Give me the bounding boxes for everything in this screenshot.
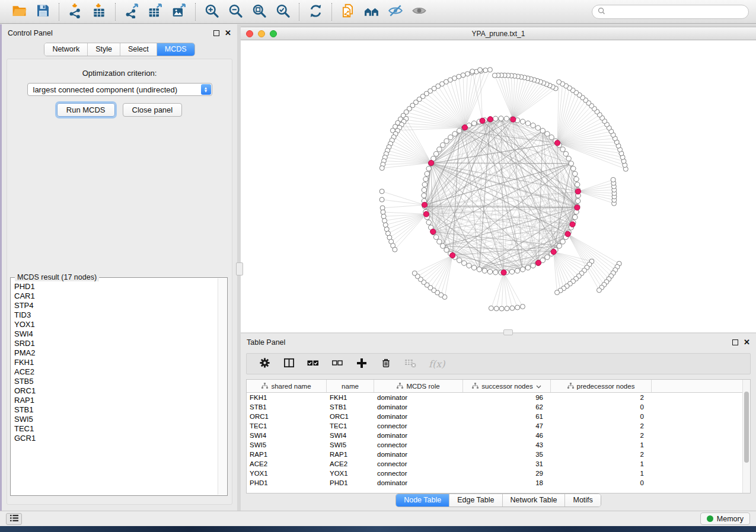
table-panel-header: Table Panel ✕ (241, 334, 756, 350)
tab-edge-table[interactable]: Edge Table (449, 494, 502, 507)
table-cell: SWI5 (327, 440, 374, 450)
mcds-result-item[interactable]: SWI5 (12, 415, 217, 424)
mcds-result-item[interactable]: SWI4 (12, 329, 217, 339)
table-cell: TEC1 (327, 421, 374, 431)
table-row[interactable]: SWI5SWI5connector431 (247, 440, 750, 450)
table-cell: 2 (551, 421, 652, 431)
show-panels-button[interactable] (6, 513, 22, 525)
zoom-in-button[interactable] (200, 2, 224, 21)
delete-column-button[interactable] (380, 358, 392, 370)
import-table-button[interactable] (87, 2, 111, 21)
zoom-fit-button[interactable] (247, 2, 271, 21)
open-folder-icon (11, 4, 27, 20)
column-header-MCDS-role[interactable]: MCDS role (374, 380, 463, 392)
minimize-window-icon[interactable] (258, 30, 265, 37)
table-toolbar: f(x) (246, 353, 751, 374)
mcds-result-item[interactable]: CAR1 (12, 291, 217, 301)
table-row[interactable]: ACE2ACE2connector311 (247, 459, 750, 469)
tab-node-table[interactable]: Node Table (396, 494, 449, 507)
open-session-button[interactable] (7, 2, 31, 21)
tab-style[interactable]: Style (87, 43, 120, 56)
first-neighbors-button[interactable] (360, 2, 384, 21)
horizontal-splitter-handle[interactable] (503, 329, 513, 335)
table-row[interactable]: YOX1YOX1connector291 (247, 469, 750, 478)
search-input[interactable] (608, 7, 743, 17)
split-panel-button[interactable] (283, 358, 295, 370)
network-graph[interactable] (241, 40, 756, 332)
mcds-result-item[interactable]: GCR1 (12, 434, 217, 443)
tab-network[interactable]: Network (44, 43, 87, 56)
mcds-result-item[interactable]: STP4 (12, 301, 217, 310)
export-image-button[interactable] (167, 2, 191, 21)
float-panel-icon[interactable] (213, 30, 219, 36)
save-session-button[interactable] (31, 2, 55, 21)
zoom-selected-button[interactable] (271, 2, 295, 21)
table-row[interactable]: PHD1PHD1dominator180 (247, 478, 750, 488)
close-panel-icon[interactable]: ✕ (744, 339, 750, 345)
table-row[interactable]: SWI4SWI4dominator462 (247, 431, 750, 440)
memory-button[interactable]: Memory (700, 512, 750, 525)
tab-select[interactable]: Select (120, 43, 157, 56)
table-header-row: shared namenameMCDS rolesuccessor nodesp… (247, 380, 750, 393)
mcds-result-item[interactable]: SRD1 (12, 339, 217, 348)
mcds-result-item[interactable]: ORC1 (12, 386, 217, 396)
network-canvas[interactable] (241, 40, 756, 332)
mcds-result-item[interactable]: YOX1 (12, 320, 217, 329)
table-body: FKH1FKH1dominator962STB1STB1dominator620… (247, 393, 750, 488)
select-all-button[interactable] (307, 358, 319, 370)
optimization-criterion-select[interactable]: largest connected component (undirected)… (27, 83, 212, 96)
mcds-result-item[interactable]: PMA2 (12, 348, 217, 358)
table-row[interactable]: RAP1RAP1dominator352 (247, 450, 750, 459)
mcds-result-item[interactable]: STB5 (12, 377, 217, 386)
select-all-icon (307, 359, 319, 369)
table-cell: dominator (374, 393, 463, 402)
table-cell: dominator (374, 431, 463, 440)
mcds-result-item[interactable]: TID3 (12, 310, 217, 320)
toolbar-separator (115, 3, 116, 21)
table-row[interactable]: TEC1TEC1connector472 (247, 421, 750, 431)
close-panel-icon[interactable]: ✕ (225, 30, 231, 36)
mcds-result-item[interactable]: FKH1 (12, 358, 217, 367)
tab-network-table[interactable]: Network Table (502, 494, 565, 507)
table-row[interactable]: STB1STB1dominator620 (247, 402, 750, 412)
mcds-result-item[interactable]: ACE2 (12, 367, 217, 377)
close-window-icon[interactable] (246, 30, 253, 37)
mcds-list-scrollbar[interactable] (218, 278, 227, 495)
network-window-titlebar[interactable]: YPA_prune.txt_1 (241, 27, 756, 40)
vertical-splitter-handle[interactable] (236, 262, 243, 275)
search-box[interactable] (592, 5, 749, 19)
tab-motifs[interactable]: Motifs (564, 494, 600, 507)
export-network-button[interactable] (120, 2, 143, 21)
hide-selected-button[interactable] (384, 2, 407, 21)
column-header-successor-nodes[interactable]: successor nodes (463, 380, 551, 392)
table-row[interactable]: FKH1FKH1dominator962 (247, 393, 750, 402)
add-column-button[interactable] (356, 358, 368, 370)
mcds-result-item[interactable]: PHD1 (12, 282, 217, 291)
column-header-shared-name[interactable]: shared name (247, 380, 327, 392)
import-network-button[interactable] (63, 2, 87, 21)
mcds-result-item[interactable]: STB1 (12, 405, 217, 415)
optimization-criterion-value: largest connected component (undirected) (33, 85, 178, 94)
show-all-button[interactable] (407, 2, 431, 21)
column-header-name[interactable]: name (327, 380, 374, 392)
unselect-all-button[interactable] (331, 358, 343, 370)
tab-mcds[interactable]: MCDS (157, 43, 194, 56)
export-table-button[interactable] (143, 2, 167, 21)
table-options-button[interactable] (259, 358, 270, 370)
float-panel-icon[interactable] (732, 339, 738, 345)
delete-table-icon (404, 358, 416, 370)
maximize-window-icon[interactable] (270, 30, 277, 37)
mcds-result-list: PHD1CAR1STP4TID3YOX1SWI4SRD1PMA2FKH1ACE2… (12, 282, 217, 494)
table-row[interactable]: ORC1ORC1dominator610 (247, 412, 750, 421)
table-scrollbar-thumb[interactable] (744, 392, 749, 463)
table-cell: ORC1 (247, 412, 327, 421)
apply-layout-button[interactable] (304, 2, 327, 21)
mcds-result-item[interactable]: RAP1 (12, 396, 217, 405)
export-web-button[interactable] (336, 2, 360, 21)
zoom-out-button[interactable] (224, 2, 247, 21)
close-panel-button[interactable]: Close panel (123, 103, 183, 117)
column-header-predecessor-nodes[interactable]: predecessor nodes (551, 380, 652, 392)
run-mcds-button[interactable]: Run MCDS (57, 103, 115, 117)
mcds-result-item[interactable]: TEC1 (12, 424, 217, 434)
table-scrollbar[interactable] (742, 380, 750, 493)
